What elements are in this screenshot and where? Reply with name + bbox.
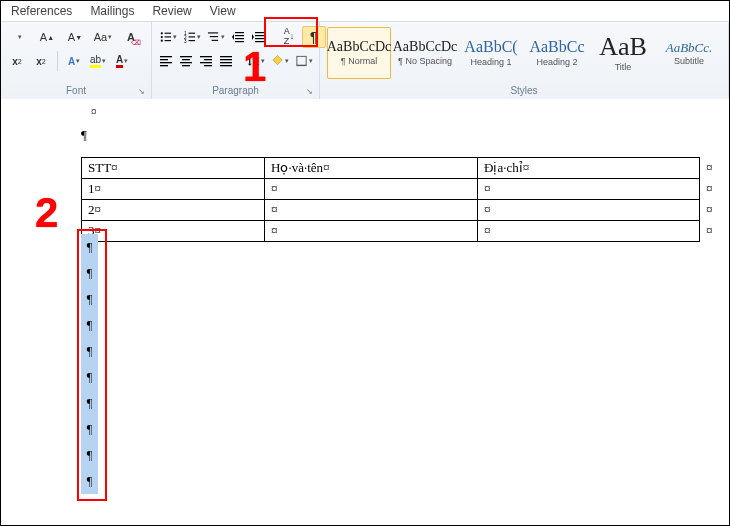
table-cell[interactable]: 3¤ [82, 221, 265, 242]
selected-pilcrow-mark[interactable]: ¶ [81, 468, 98, 494]
style-tile-heading-2[interactable]: AaBbCcHeading 2 [525, 27, 589, 79]
row-end-mark: ¤ [700, 158, 721, 179]
tab-mailings[interactable]: Mailings [90, 4, 134, 18]
svg-point-4 [161, 40, 163, 42]
sort-button[interactable]: AZ↓ [278, 26, 300, 46]
style-name-label: ¶ No Spacing [398, 56, 452, 66]
superscript-button[interactable]: x2 [31, 51, 51, 71]
table-cell[interactable]: ¤ [478, 200, 700, 221]
svg-rect-17 [235, 38, 244, 39]
style-tile-subtitle[interactable]: AaBbCc.Subtitle [657, 27, 721, 79]
clear-formatting-button[interactable]: A⌫ [119, 26, 143, 48]
style-tile-title[interactable]: AaBTitle [591, 27, 655, 79]
shrink-font-button[interactable]: A▼ [63, 26, 87, 48]
table-header-cell[interactable]: Địa·chỉ¤ [478, 158, 700, 179]
table-cell[interactable]: ¤ [265, 200, 478, 221]
svg-rect-27 [180, 56, 192, 57]
tab-references[interactable]: References [11, 4, 72, 18]
callout-1: 1 [243, 43, 266, 91]
multilevel-list-button[interactable] [206, 27, 226, 47]
svg-point-0 [161, 32, 163, 34]
svg-rect-5 [165, 40, 172, 41]
table-cell[interactable]: ¤ [265, 179, 478, 200]
align-center-button[interactable] [178, 51, 194, 71]
svg-rect-21 [255, 38, 264, 39]
paragraph-group-label: Paragraph [158, 85, 313, 98]
row-end-mark: ¤ [700, 200, 721, 221]
svg-rect-12 [208, 32, 218, 33]
svg-rect-3 [165, 36, 172, 37]
table-row[interactable]: 3¤¤¤¤ [82, 221, 721, 242]
pilcrow-mark: ¶ [81, 127, 87, 143]
table-header-cell[interactable]: Họ·và·tên¤ [265, 158, 478, 179]
svg-rect-9 [189, 36, 196, 37]
svg-rect-19 [255, 32, 264, 33]
font-color-button[interactable]: A [112, 51, 132, 71]
table-cell[interactable]: ¤ [478, 221, 700, 242]
style-preview: AaBbCcDc [327, 40, 392, 54]
svg-rect-14 [212, 40, 219, 41]
selection-pilcrow-column[interactable]: ¶¶¶¶¶¶¶¶¶¶ [81, 234, 98, 494]
selected-pilcrow-mark[interactable]: ¶ [81, 442, 98, 468]
bullets-button[interactable] [158, 27, 178, 47]
numbering-button[interactable]: 123 [182, 27, 202, 47]
style-tile-heading-1[interactable]: AaBbC(Heading 1 [459, 27, 523, 79]
table-row[interactable]: 2¤¤¤¤ [82, 200, 721, 221]
style-tile--no-spacing[interactable]: AaBbCcDc¶ No Spacing [393, 27, 457, 79]
style-preview: AaBbCc. [666, 41, 713, 54]
svg-rect-11 [189, 40, 196, 41]
table-cell[interactable]: 1¤ [82, 179, 265, 200]
selected-pilcrow-mark[interactable]: ¶ [81, 286, 98, 312]
selected-pilcrow-mark[interactable]: ¶ [81, 416, 98, 442]
align-left-button[interactable] [158, 51, 174, 71]
style-name-label: Title [615, 62, 632, 72]
table-row[interactable]: STT¤Họ·và·tên¤Địa·chỉ¤¤ [82, 158, 721, 179]
styles-gallery[interactable]: AaBbCcDc¶ NormalAaBbCcDc¶ No SpacingAaBb… [326, 26, 722, 80]
selected-pilcrow-mark[interactable]: ¶ [81, 260, 98, 286]
font-group-label: Font [7, 85, 145, 98]
svg-rect-13 [210, 36, 218, 37]
svg-rect-7 [189, 33, 196, 34]
selected-pilcrow-mark[interactable]: ¶ [81, 234, 98, 260]
change-case-button[interactable]: Aa [91, 26, 115, 48]
highlight-color-button[interactable]: ab [88, 51, 108, 71]
table-header-cell[interactable]: STT¤ [82, 158, 265, 179]
tab-review[interactable]: Review [152, 4, 191, 18]
svg-rect-25 [160, 62, 172, 63]
shading-button[interactable] [270, 51, 290, 71]
style-name-label: Subtitle [674, 56, 704, 66]
font-dialog-launcher[interactable]: ↘ [138, 87, 148, 97]
svg-rect-44 [297, 65, 306, 66]
selected-pilcrow-mark[interactable]: ¶ [81, 338, 98, 364]
selected-pilcrow-mark[interactable]: ¶ [81, 312, 98, 338]
svg-rect-31 [200, 56, 212, 57]
table-row[interactable]: 1¤¤¤¤ [82, 179, 721, 200]
table-cell[interactable]: ¤ [478, 179, 700, 200]
table-cell[interactable]: 2¤ [82, 200, 265, 221]
align-right-button[interactable] [198, 51, 214, 71]
table-cell[interactable]: ¤ [265, 221, 478, 242]
svg-rect-35 [220, 56, 232, 57]
callout-2: 2 [35, 189, 58, 237]
justify-button[interactable] [218, 51, 234, 71]
selected-pilcrow-mark[interactable]: ¶ [81, 364, 98, 390]
document-table[interactable]: STT¤Họ·và·tên¤Địa·chỉ¤¤1¤¤¤¤2¤¤¤¤3¤¤¤¤ [81, 157, 721, 242]
svg-rect-26 [160, 65, 168, 66]
svg-rect-43 [297, 56, 306, 65]
tab-view[interactable]: View [210, 4, 236, 18]
svg-rect-15 [235, 32, 244, 33]
svg-rect-32 [204, 59, 212, 60]
borders-button[interactable] [294, 51, 314, 71]
font-size-dropdown[interactable] [7, 26, 31, 48]
svg-rect-38 [220, 65, 232, 66]
style-preview: AaBbCc [529, 39, 584, 55]
formatting-mark: ¤ [91, 105, 97, 117]
paragraph-dialog-launcher[interactable]: ↘ [306, 87, 316, 97]
svg-rect-37 [220, 62, 232, 63]
grow-font-button[interactable]: A▲ [35, 26, 59, 48]
subscript-button[interactable]: x2 [7, 51, 27, 71]
selected-pilcrow-mark[interactable]: ¶ [81, 390, 98, 416]
text-effects-button[interactable]: A [64, 51, 84, 71]
style-tile--normal[interactable]: AaBbCcDc¶ Normal [327, 27, 391, 79]
svg-rect-16 [235, 35, 244, 36]
